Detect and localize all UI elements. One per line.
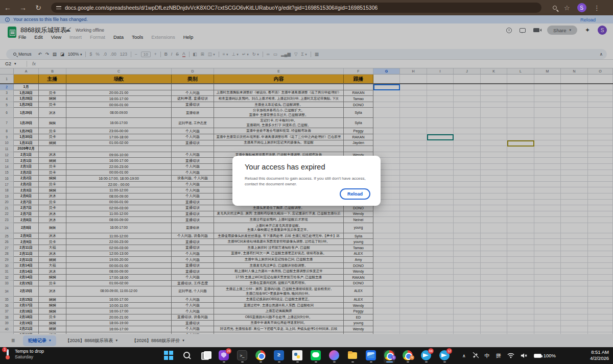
- photos-icon: [366, 350, 376, 360]
- wifi-icon[interactable]: [507, 353, 514, 358]
- tray-chevron-icon[interactable]: ∧: [462, 353, 466, 358]
- taskbar-app-terminal-icon[interactable]: >_: [237, 350, 248, 363]
- weather-widget[interactable]: 3 Temps to drop Saturday: [4, 349, 44, 360]
- taskbar-app-powershell-icon[interactable]: ≥: [273, 350, 285, 363]
- thermometer-icon: 3: [4, 349, 11, 360]
- search-icon[interactable]: [553, 6, 557, 10]
- profile-badge: N: [410, 355, 414, 360]
- powershell-icon: ≥: [274, 350, 284, 360]
- sheets-page: 8868娱乐城班表 ☆ ☁ Working offline FileEditVi…: [0, 23, 613, 347]
- reload-icon[interactable]: ↻: [31, 4, 46, 12]
- clock-date: 4/2/2026: [590, 355, 609, 361]
- volume-muted-icon[interactable]: [521, 353, 528, 358]
- battery-icon: [534, 354, 541, 358]
- infobar-message: Your access to this file has changed.: [13, 17, 88, 22]
- battery-indicator[interactable]: 100%: [534, 353, 556, 358]
- notification-badge: 68: [428, 348, 434, 354]
- taskbar-app-search-icon[interactable]: [181, 350, 193, 363]
- site-info-icon[interactable]: [56, 6, 61, 10]
- bookmark-star-icon[interactable]: ☆: [564, 4, 570, 12]
- taskbar-app-start-icon[interactable]: [163, 350, 174, 363]
- profile-badge: S: [391, 355, 396, 360]
- info-icon: i: [5, 17, 10, 22]
- terminal-icon: >_: [237, 350, 247, 360]
- notification-badge: 28: [226, 348, 231, 354]
- taskbar-app-line-icon[interactable]: [310, 350, 321, 363]
- chrome-profile2-icon: N: [403, 350, 413, 360]
- python-file-icon: [292, 350, 302, 360]
- search-icon: [182, 350, 192, 360]
- forward-icon[interactable]: →: [15, 4, 31, 12]
- file-changed-infobar: i Your access to this file has changed. …: [0, 15, 613, 23]
- access-expired-dialog: Your access has expired Reload this docu…: [232, 156, 381, 206]
- clock-time: 8:51 AM: [591, 349, 609, 355]
- ime-language-indicator[interactable]: 中: [485, 352, 490, 359]
- explorer-icon: [347, 350, 358, 360]
- taskbar-app-explorer-icon[interactable]: [347, 350, 358, 363]
- chrome-secondary-icon: [255, 350, 266, 360]
- url-text[interactable]: docs.google.com/spreadsheets/d/1wpDfLezN…: [65, 5, 378, 11]
- ime-mode-indicator[interactable]: 拼: [496, 352, 501, 359]
- weather-headline: Temps to drop: [15, 349, 44, 354]
- infobar-reload-link[interactable]: Reload: [580, 17, 596, 22]
- dialog-title: Your access has expired: [245, 163, 368, 171]
- taskbar-app-python-file-icon[interactable]: [292, 350, 303, 363]
- reload-button[interactable]: Reload: [340, 188, 370, 200]
- chrome-icon: S: [384, 350, 394, 360]
- pen-muted-icon[interactable]: [472, 352, 479, 359]
- telegram-2-icon: 12: [439, 350, 450, 360]
- dialog-body: Reload this document to gain access. If …: [245, 176, 368, 187]
- taskbar-app-copilot-icon[interactable]: [328, 350, 340, 363]
- taskbar-app-task-view-icon[interactable]: [200, 350, 211, 363]
- task-view-icon: [200, 350, 210, 360]
- browser-menu-icon[interactable]: ⋮: [594, 4, 600, 12]
- system-tray: ∧ 中 拼 100%: [462, 347, 556, 364]
- copilot-icon: [329, 350, 339, 360]
- defender-icon: 28: [219, 350, 229, 360]
- taskbar-app-chrome-secondary-icon[interactable]: [255, 350, 266, 363]
- browser-toolbar: ← → ↻ docs.google.com/spreadsheets/d/1wp…: [0, 0, 613, 15]
- notification-badge: 12: [446, 348, 452, 354]
- taskbar-app-telegram-icon[interactable]: 68: [420, 350, 432, 363]
- back-icon[interactable]: ←: [0, 4, 15, 12]
- taskbar-app-telegram-2-icon[interactable]: 12: [439, 350, 450, 363]
- taskbar-app-chrome-icon[interactable]: S: [384, 350, 395, 363]
- weather-badge: 3: [2, 347, 7, 352]
- telegram-icon: 68: [421, 350, 431, 360]
- taskbar-app-defender-icon[interactable]: 28: [218, 350, 229, 363]
- address-bar[interactable]: docs.google.com/spreadsheets/d/1wpDfLezN…: [51, 3, 541, 13]
- weather-subtext: Saturday: [15, 354, 33, 359]
- start-icon: [163, 350, 174, 360]
- taskbar-app-photos-icon[interactable]: [365, 350, 376, 363]
- windows-taskbar: 3 Temps to drop Saturday 28>_≥SN6812 ∧ 中…: [0, 347, 613, 364]
- browser-profile-avatar[interactable]: S: [577, 3, 586, 12]
- taskbar-clock[interactable]: 8:51 AM 4/2/2026: [590, 349, 609, 361]
- taskbar-app-chrome-profile2-icon[interactable]: N: [402, 350, 413, 363]
- screen: ← → ↻ docs.google.com/spreadsheets/d/1wp…: [0, 0, 613, 364]
- line-icon: [311, 350, 321, 360]
